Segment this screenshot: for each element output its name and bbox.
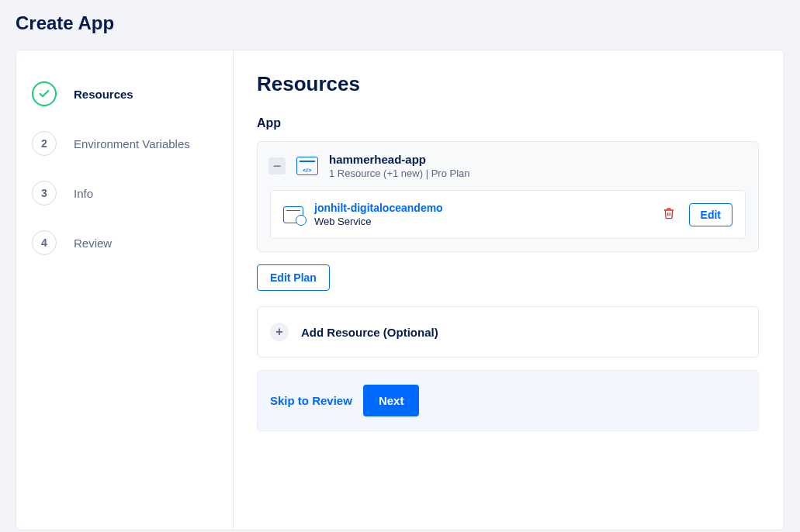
page-title: Create App xyxy=(0,0,800,50)
step-review[interactable]: 4 Review xyxy=(32,218,217,268)
resource-type: Web Service xyxy=(314,216,443,227)
main-panel: Resources App − </> hammerhead-app 1 Res… xyxy=(234,50,784,530)
web-service-icon xyxy=(283,206,303,223)
app-header: − </> hammerhead-app 1 Resource (+1 new)… xyxy=(258,142,758,190)
app-icon: </> xyxy=(296,157,318,175)
app-meta: 1 Resource (+1 new) | Pro Plan xyxy=(329,168,470,179)
step-label: Resources xyxy=(74,88,133,101)
step-label: Info xyxy=(74,187,93,200)
skip-to-review-link[interactable]: Skip to Review xyxy=(270,394,352,407)
step-number: 2 xyxy=(32,131,57,156)
step-label: Review xyxy=(74,237,112,250)
step-number: 3 xyxy=(32,181,57,206)
resource-row: jonhilt-digitaloceandemo Web Service Edi… xyxy=(270,190,746,239)
step-number: 4 xyxy=(32,230,57,255)
plus-icon: + xyxy=(270,323,289,341)
check-icon xyxy=(32,81,57,106)
collapse-icon[interactable]: − xyxy=(268,157,286,174)
edit-plan-button[interactable]: Edit Plan xyxy=(257,264,330,291)
step-label: Environment Variables xyxy=(74,137,190,150)
next-button[interactable]: Next xyxy=(363,385,420,416)
main-heading: Resources xyxy=(257,72,759,96)
trash-icon[interactable] xyxy=(663,207,675,223)
step-env-vars[interactable]: 2 Environment Variables xyxy=(32,119,217,168)
edit-button[interactable]: Edit xyxy=(689,203,732,226)
add-resource-label: Add Resource (Optional) xyxy=(301,326,438,339)
footer-bar: Skip to Review Next xyxy=(257,370,759,431)
resource-name[interactable]: jonhilt-digitaloceandemo xyxy=(314,202,443,214)
stepper: Resources 2 Environment Variables 3 Info… xyxy=(16,50,234,530)
app-box: − </> hammerhead-app 1 Resource (+1 new)… xyxy=(257,141,759,252)
add-resource-button[interactable]: + Add Resource (Optional) xyxy=(257,306,759,358)
step-info[interactable]: 3 Info xyxy=(32,168,217,218)
step-resources[interactable]: Resources xyxy=(32,69,217,119)
wizard-card: Resources 2 Environment Variables 3 Info… xyxy=(16,50,784,530)
app-name: hammerhead-app xyxy=(329,153,470,166)
app-section-label: App xyxy=(257,116,759,130)
